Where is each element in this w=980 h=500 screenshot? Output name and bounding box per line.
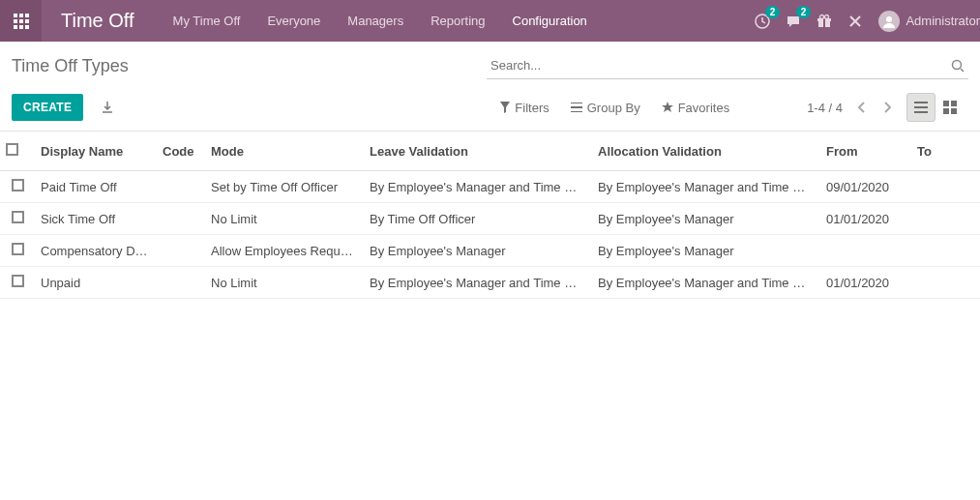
cell-mode: Set by Time Off Officer: [205, 171, 364, 203]
list-view-icon: [914, 102, 928, 113]
svg-rect-3: [823, 18, 825, 27]
tools-icon: [847, 14, 863, 29]
systray: 2 2 Administrator: [755, 11, 980, 32]
topbar: Time Off My Time Off Everyone Managers R…: [0, 0, 980, 42]
groupby-label: Group By: [587, 101, 640, 115]
view-kanban-button[interactable]: [935, 93, 965, 122]
user-name: Administrator: [906, 14, 980, 28]
select-all-checkbox[interactable]: [6, 143, 18, 156]
svg-rect-8: [943, 101, 949, 106]
apps-menu-button[interactable]: [0, 0, 42, 42]
filters-button[interactable]: Filters: [500, 101, 549, 115]
col-code[interactable]: Code: [157, 132, 205, 171]
cell-mode: No Limit: [205, 203, 364, 235]
cell-display-name: Sick Time Off: [35, 203, 157, 235]
avatar: [878, 11, 900, 32]
pager-next[interactable]: [881, 102, 893, 113]
svg-point-4: [820, 15, 824, 18]
cell-mode: Allow Employees Requests: [205, 235, 364, 267]
cell-allocation-validation: By Employee's Manager: [592, 203, 820, 235]
messages-badge: 2: [796, 6, 812, 18]
nav-reporting[interactable]: Reporting: [431, 14, 485, 28]
cell-mode: No Limit: [205, 267, 364, 299]
nav-everyone[interactable]: Everyone: [267, 14, 320, 28]
gift-button[interactable]: [817, 14, 832, 29]
nav-managers[interactable]: Managers: [347, 14, 403, 28]
pager-text[interactable]: 1-4 / 4: [807, 101, 843, 115]
cell-leave-validation: By Time Off Officer: [364, 203, 592, 235]
cell-leave-validation: By Employee's Manager and Time Off Offic…: [364, 267, 592, 299]
apps-icon: [14, 14, 29, 29]
gift-icon: [817, 14, 832, 29]
pager: 1-4 / 4: [807, 101, 893, 115]
cell-from: [820, 235, 911, 267]
chevron-left-icon: [858, 102, 866, 113]
app-brand[interactable]: Time Off: [61, 10, 134, 32]
search-input[interactable]: [487, 52, 968, 79]
export-button[interactable]: [101, 101, 114, 114]
cell-allocation-validation: By Employee's Manager and Time Off Offic…: [592, 267, 820, 299]
download-icon: [101, 101, 114, 114]
filters-label: Filters: [515, 101, 549, 115]
cell-to: [911, 235, 980, 267]
favorites-button[interactable]: Favorites: [662, 101, 729, 115]
row-checkbox[interactable]: [12, 243, 24, 255]
cell-code: [157, 203, 205, 235]
cell-from: 01/01/2020: [820, 267, 911, 299]
list-icon: [571, 103, 582, 112]
col-allocation-validation[interactable]: Allocation Validation: [592, 132, 820, 171]
types-table: Display Name Code Mode Leave Validation …: [0, 131, 980, 299]
row-checkbox[interactable]: [12, 275, 24, 287]
cell-code: [157, 235, 205, 267]
cell-leave-validation: By Employee's Manager and Time Off Offic…: [364, 171, 592, 203]
svg-rect-9: [951, 101, 957, 106]
activities-badge: 2: [765, 6, 781, 18]
col-leave-validation[interactable]: Leave Validation: [364, 132, 592, 171]
svg-rect-11: [951, 108, 957, 114]
row-checkbox[interactable]: [12, 211, 24, 223]
cell-from: 01/01/2020: [820, 203, 911, 235]
table-row[interactable]: Paid Time OffSet by Time Off OfficerBy E…: [0, 171, 980, 203]
favorites-label: Favorites: [678, 101, 729, 115]
view-list-button[interactable]: [906, 93, 935, 122]
table-row[interactable]: Sick Time OffNo LimitBy Time Off Officer…: [0, 203, 980, 235]
create-button[interactable]: CREATE: [12, 94, 83, 121]
cell-to: [911, 203, 980, 235]
nav-my-time-off[interactable]: My Time Off: [173, 14, 241, 28]
star-icon: [662, 102, 673, 113]
pager-prev[interactable]: [856, 102, 868, 113]
person-icon: [882, 15, 896, 28]
groupby-button[interactable]: Group By: [571, 101, 640, 115]
col-mode[interactable]: Mode: [205, 132, 364, 171]
activities-button[interactable]: 2: [755, 14, 770, 29]
breadcrumb[interactable]: Time Off Types: [12, 56, 129, 76]
view-switcher: [906, 93, 965, 122]
svg-rect-10: [943, 108, 949, 114]
col-to[interactable]: To: [911, 132, 980, 171]
cell-allocation-validation: By Employee's Manager and Time Off Offic…: [592, 171, 820, 203]
col-display-name[interactable]: Display Name: [35, 132, 157, 171]
table-row[interactable]: UnpaidNo LimitBy Employee's Manager and …: [0, 267, 980, 299]
control-panel: Time Off Types CREATE Filters Group By F…: [0, 42, 980, 129]
search-icon[interactable]: [951, 59, 965, 73]
row-checkbox[interactable]: [12, 179, 24, 191]
col-from[interactable]: From: [820, 132, 911, 171]
cell-from: 09/01/2020: [820, 171, 911, 203]
kanban-view-icon: [943, 101, 957, 114]
cell-allocation-validation: By Employee's Manager: [592, 235, 820, 267]
funnel-icon: [500, 102, 510, 113]
cell-code: [157, 171, 205, 203]
nav-configuration[interactable]: Configuration: [513, 14, 587, 28]
table-row[interactable]: Compensatory DaysAllow Employees Request…: [0, 235, 980, 267]
svg-point-5: [825, 15, 829, 18]
table-header-row: Display Name Code Mode Leave Validation …: [0, 132, 980, 171]
svg-point-6: [886, 16, 892, 22]
messages-button[interactable]: 2: [786, 14, 801, 29]
cell-to: [911, 171, 980, 203]
cell-code: [157, 267, 205, 299]
svg-point-7: [953, 61, 962, 70]
user-menu[interactable]: Administrator: [878, 11, 980, 32]
main-nav: My Time Off Everyone Managers Reporting …: [173, 14, 756, 28]
cell-display-name: Unpaid: [35, 267, 157, 299]
debug-button[interactable]: [847, 14, 863, 29]
